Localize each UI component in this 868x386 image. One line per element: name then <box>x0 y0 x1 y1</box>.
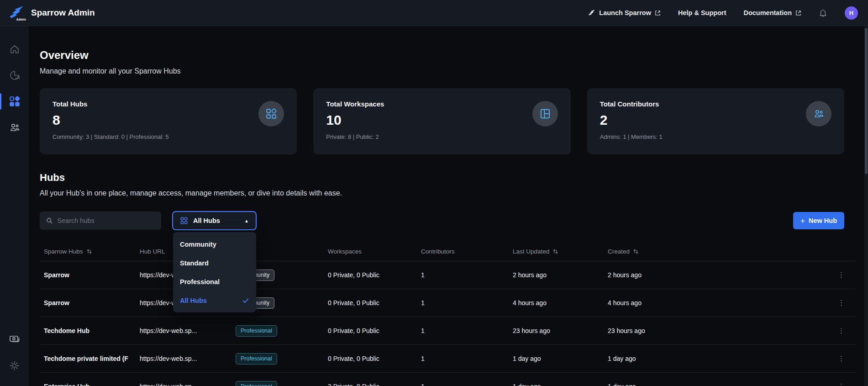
home-icon <box>9 44 20 55</box>
row-actions-kebab-icon[interactable]: ⋮ <box>831 327 852 335</box>
column-header-created[interactable]: Created <box>608 248 690 255</box>
search-box <box>40 212 161 230</box>
menu-item-community[interactable]: Community <box>173 235 256 254</box>
card-title: Total Contributors <box>600 100 663 108</box>
sidebar-item-billing[interactable] <box>0 330 29 349</box>
total-contributors-card: Total Contributors 2 Admins: 1 | Members… <box>587 88 844 154</box>
plan-badge: Professional <box>236 325 277 337</box>
gear-icon <box>9 360 20 371</box>
sort-icon <box>86 249 92 254</box>
hub-filter-dropdown-menu: Community Standard Professional All Hubs <box>173 232 256 312</box>
column-header-contributors: Contributors <box>421 248 513 255</box>
bell-icon <box>819 9 827 17</box>
table-row[interactable]: Sparrow https://dev-web.sp... Community … <box>40 261 856 289</box>
sort-icon <box>552 249 558 254</box>
documentation-link[interactable]: Documentation <box>743 9 801 16</box>
last-updated-cell: 2 hours ago <box>513 271 608 279</box>
created-cell: 2 hours ago <box>608 271 690 279</box>
contributors-cell: 1 <box>421 383 513 386</box>
last-updated-cell: 1 day ago <box>513 383 608 386</box>
card-value: 8 <box>53 113 169 127</box>
new-hub-button[interactable]: + New Hub <box>793 212 844 229</box>
last-updated-cell: 23 hours ago <box>513 327 608 334</box>
created-cell: 1 day ago <box>608 355 690 362</box>
workspaces-cell: 0 Private, 0 Public <box>328 271 421 279</box>
workspace-layout-icon <box>539 108 551 120</box>
column-header-workspaces: Workspaces <box>328 248 421 255</box>
sidebar-item-users[interactable] <box>0 118 29 137</box>
hub-name-cell: Enterprise Hub <box>44 383 140 386</box>
menu-item-professional[interactable]: Professional <box>173 272 256 291</box>
users-icon <box>813 108 825 120</box>
card-value: 10 <box>326 113 384 127</box>
table-row[interactable]: Enterprise Hub https://dev-web.sp... Pro… <box>40 373 856 386</box>
sidebar-item-hubs[interactable] <box>0 92 29 111</box>
main-content: Overview Manage and monitor all your Spa… <box>29 26 856 386</box>
contributors-cell: 1 <box>421 355 513 362</box>
filter-selected-label: All Hubs <box>193 217 220 224</box>
search-icon <box>46 217 53 224</box>
hub-url-cell: https://dev-web.sp... <box>140 383 236 386</box>
analytics-pie-icon <box>9 69 21 81</box>
created-cell: 1 day ago <box>608 383 690 386</box>
top-header: Admin Sparrow Admin Launch Sparrow Help … <box>0 0 868 26</box>
row-actions-kebab-icon[interactable]: ⋮ <box>831 271 852 279</box>
users-icon <box>9 122 21 133</box>
sidebar-item-analytics[interactable] <box>0 66 29 85</box>
menu-item-standard[interactable]: Standard <box>173 254 256 272</box>
help-support-label: Help & Support <box>678 9 726 16</box>
row-actions-kebab-icon[interactable]: ⋮ <box>831 299 852 307</box>
hub-filter-dropdown-button[interactable]: All Hubs ▲ <box>172 211 257 230</box>
logo-admin-label: Admin <box>16 18 26 21</box>
card-icon-circle <box>806 101 831 127</box>
row-actions-kebab-icon[interactable]: ⋮ <box>831 354 852 363</box>
hub-url-cell: https://dev-web.sp... <box>140 327 236 334</box>
scrollbar-thumb[interactable] <box>865 28 868 174</box>
new-hub-label: New Hub <box>809 217 837 224</box>
hub-name-cell: Sparrow <box>44 299 140 307</box>
workspaces-cell: 0 Private, 0 Public <box>328 355 421 362</box>
help-support-link[interactable]: Help & Support <box>678 9 726 16</box>
launch-sparrow-link[interactable]: Launch Sparrow <box>588 9 661 16</box>
menu-item-label: All Hubs <box>180 297 207 304</box>
card-detail: Admins: 1 | Members: 1 <box>600 133 663 140</box>
card-detail: Private: 8 | Public: 2 <box>326 133 384 140</box>
card-detail: Community: 3 | Standard: 0 | Professiona… <box>53 133 169 140</box>
contributors-cell: 1 <box>421 299 513 307</box>
page-scrollbar[interactable] <box>864 26 868 386</box>
menu-item-all-hubs[interactable]: All Hubs <box>173 291 256 310</box>
sparrow-logo: Admin <box>6 3 26 23</box>
documentation-label: Documentation <box>743 9 792 16</box>
app-title: Sparrow Admin <box>31 8 95 18</box>
notifications-button[interactable] <box>819 9 827 17</box>
left-sidebar <box>0 26 29 386</box>
external-link-icon <box>655 10 661 16</box>
banknote-icon <box>9 333 21 345</box>
table-row[interactable]: Techdome private limited (F https://dev-… <box>40 345 856 373</box>
user-avatar[interactable]: H <box>845 6 858 20</box>
sidebar-item-home[interactable] <box>0 40 29 59</box>
sidebar-item-settings[interactable] <box>0 356 29 375</box>
contributors-cell: 1 <box>421 271 513 279</box>
table-row[interactable]: Sparrow https://dev-web.sp... Community … <box>40 289 856 317</box>
hub-name-cell: Sparrow <box>44 271 140 279</box>
row-actions-kebab-icon[interactable]: ⋮ <box>831 382 852 386</box>
hub-url-cell: https://dev-web.sp... <box>140 355 236 362</box>
plan-badge: Professional <box>236 381 277 386</box>
hub-grid-icon <box>265 108 277 120</box>
page-subtitle: Manage and monitor all your Sparrow Hubs <box>40 67 844 75</box>
column-header-last-updated[interactable]: Last Updated <box>513 248 608 255</box>
hubs-table: Sparrow Hubs Hub URL Workspaces Contribu… <box>40 242 856 386</box>
search-input[interactable] <box>57 217 155 224</box>
card-title: Total Workspaces <box>326 100 384 108</box>
table-row[interactable]: Techdome Hub https://dev-web.sp... Profe… <box>40 317 856 345</box>
column-header-sparrow-hubs[interactable]: Sparrow Hubs <box>44 248 140 255</box>
total-hubs-card: Total Hubs 8 Community: 3 | Standard: 0 … <box>40 88 297 154</box>
active-indicator <box>0 93 1 110</box>
bird-icon <box>588 9 595 16</box>
workspaces-cell: 3 Private, 0 Public <box>328 383 421 386</box>
last-updated-cell: 1 day ago <box>513 355 608 362</box>
external-link-icon <box>795 10 801 16</box>
hubs-section-subtitle: All your Hub's in one place, manage acce… <box>40 189 844 197</box>
hub-grid-icon <box>180 217 188 225</box>
